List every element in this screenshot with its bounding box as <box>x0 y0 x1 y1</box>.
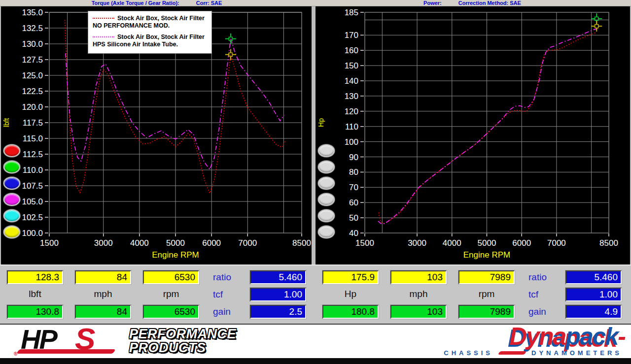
power-title: Power: <box>423 0 442 6</box>
y-tick-label: 110 <box>345 122 358 132</box>
series-curve-1 <box>378 29 598 224</box>
y-tick-label: 140 <box>345 76 358 86</box>
channel-button-red[interactable] <box>3 144 20 157</box>
torque-run1-value: 128.3 <box>7 270 63 284</box>
dynapack-subtitle: CHASSIS DYNAMOMETERS <box>444 349 625 357</box>
torque-tcf-field[interactable]: 1.00 <box>250 288 306 301</box>
y-tick-label: 70 <box>349 183 358 192</box>
hps-mark: ® HP S <box>14 326 118 357</box>
x-tick-label: 8500 <box>292 238 311 248</box>
chassis-text: CHASSIS <box>444 349 493 357</box>
y-axis-label: lbft <box>2 118 10 128</box>
x-tick-label: 1500 <box>40 238 59 248</box>
power-run1-speed: 103 <box>390 270 447 284</box>
x-tick-label: 3000 <box>94 238 113 248</box>
legend-stock-line1: Stock Air Box, Stock Air Filter <box>117 15 205 22</box>
tcf-label-2: tcf <box>528 289 538 300</box>
power-readout-group: 175.9 103 7989 Hp mph rpm 180.8 103 7989… <box>316 265 630 325</box>
torque-run2-rpm: 6530 <box>143 305 199 319</box>
channel-button-gray-6[interactable] <box>318 226 335 238</box>
x-tick-label: 4000 <box>130 238 149 248</box>
torque-chart-panel[interactable]: 135.0132.5130.0127.5125.0122.5120.0117.5… <box>1 6 312 265</box>
y-tick-label: 127.5 <box>22 55 43 65</box>
dynamometers-text: DYNAMOMETERS <box>531 349 622 357</box>
y-tick-label: 80 <box>349 167 358 177</box>
ratio-label: ratio <box>213 272 231 283</box>
legend-stock-line2: NO PERFORMANCE MOD. <box>93 22 207 29</box>
y-tick-label: 110.0 <box>23 165 43 175</box>
y-tick-label: 170 <box>345 31 358 40</box>
x-tick-label: 3000 <box>408 238 426 248</box>
series-curve-1 <box>66 39 284 169</box>
channel-button-blue[interactable] <box>3 177 20 190</box>
series-curve-0 <box>379 33 596 224</box>
logo-bar: ® HP S PERFORMANCE PRODUCTS Dynapack- CH… <box>0 324 631 358</box>
channel-button-yellow[interactable] <box>3 226 20 238</box>
y-tick-label: 135.0 <box>22 8 43 17</box>
y-tick-label: 120.0 <box>22 102 43 112</box>
y-tick-label: 105.0 <box>22 197 43 206</box>
hps-swoosh <box>16 349 116 354</box>
channel-button-gray-3[interactable] <box>318 177 335 190</box>
y-tick-label: 40 <box>349 229 358 238</box>
power-run2-rpm: 7989 <box>458 305 515 319</box>
torque-correction-label: Corr: SAE <box>196 0 222 6</box>
dynapack-logo: Dynapack- CHASSIS DYNAMOMETERS <box>444 325 625 357</box>
torque-run1-rpm: 6530 <box>143 270 199 284</box>
x-tick-label: 7000 <box>547 238 566 248</box>
power-run1-rpm: 7989 <box>458 270 515 284</box>
tcf-label: tcf <box>213 289 223 300</box>
power-run1-value: 175.9 <box>322 270 379 284</box>
dynapack-word-dyna: Dyna <box>509 323 565 350</box>
power-title-bar: Power: Correction Method: SAE <box>314 0 631 6</box>
channel-button-gray-5[interactable] <box>318 209 335 222</box>
hps-series-line-sample <box>93 36 114 37</box>
channel-button-magenta[interactable] <box>3 193 20 206</box>
legend-box: Stock Air Box, Stock Air Filter NO PERFO… <box>88 11 212 54</box>
y-tick-label: 107.5 <box>22 181 43 191</box>
torque-run2-value: 130.8 <box>7 305 63 319</box>
y-tick-label: 120 <box>345 107 358 116</box>
power-run2-speed: 103 <box>390 305 447 319</box>
torque-title: Torque (Axle Torque / Gear Ratio): <box>92 0 179 6</box>
power-gain-field[interactable]: 4.9 <box>565 305 622 319</box>
y-tick-label: 150 <box>345 61 358 70</box>
torque-title-bar: Torque (Axle Torque / Gear Ratio): Corr:… <box>0 0 314 6</box>
hps-wordmark: PERFORMANCE PRODUCTS <box>129 328 236 355</box>
x-axis-label: Engine RPM <box>463 250 510 260</box>
y-tick-label: 132.5 <box>22 24 43 33</box>
power-ratio-field[interactable]: 5.460 <box>565 270 622 284</box>
channel-button-cyan[interactable] <box>3 209 20 222</box>
y-tick-label: 60 <box>349 198 358 207</box>
y-tick-label: 125.0 <box>22 71 43 80</box>
channel-button-green[interactable] <box>3 161 20 173</box>
y-tick-label: 130 <box>345 92 358 101</box>
torque-ratio-field[interactable]: 5.460 <box>250 270 306 284</box>
y-tick-label: 112.5 <box>23 150 43 159</box>
legend-hps-line1: Stock Air Box, Stock Air Filter <box>117 33 205 40</box>
channel-button-gray-4[interactable] <box>318 193 335 206</box>
hps-performance-text: PERFORMANCE <box>129 328 236 341</box>
y-tick-label: 130.0 <box>22 39 43 49</box>
torque-readout-group: 128.3 84 6530 lbft mph rpm 130.8 84 6530… <box>1 265 315 325</box>
y-tick-label: 100.0 <box>22 229 43 238</box>
rpm-unit-label-2: rpm <box>458 289 515 299</box>
y-tick-label: 50 <box>349 213 358 223</box>
channel-button-gray-2[interactable] <box>318 161 335 173</box>
rpm-unit-label: rpm <box>143 289 199 299</box>
legend-hps-line2: HPS Silicone Air Intake Tube. <box>93 41 207 48</box>
power-correction-label: Correction Method: SAE <box>458 0 521 6</box>
x-tick-label: 6000 <box>512 238 531 248</box>
power-tcf-field[interactable]: 1.00 <box>565 288 622 301</box>
power-chart-panel[interactable]: 1851701601501401301201101009080706050401… <box>316 6 630 265</box>
torque-gain-field[interactable]: 2.5 <box>250 305 306 319</box>
power-unit-label: Hp <box>322 289 379 299</box>
torque-run1-speed: 84 <box>75 270 131 284</box>
y-tick-label: 160 <box>345 46 358 55</box>
channel-button-gray-1[interactable] <box>318 144 335 157</box>
x-tick-label: 5000 <box>478 238 496 248</box>
y-tick-label: 115.0 <box>23 134 43 143</box>
power-chart-svg[interactable]: 1851701601501401301201101009080706050401… <box>316 6 630 265</box>
bottom-border-bar <box>0 358 631 364</box>
hps-letter-s: S <box>75 321 95 356</box>
